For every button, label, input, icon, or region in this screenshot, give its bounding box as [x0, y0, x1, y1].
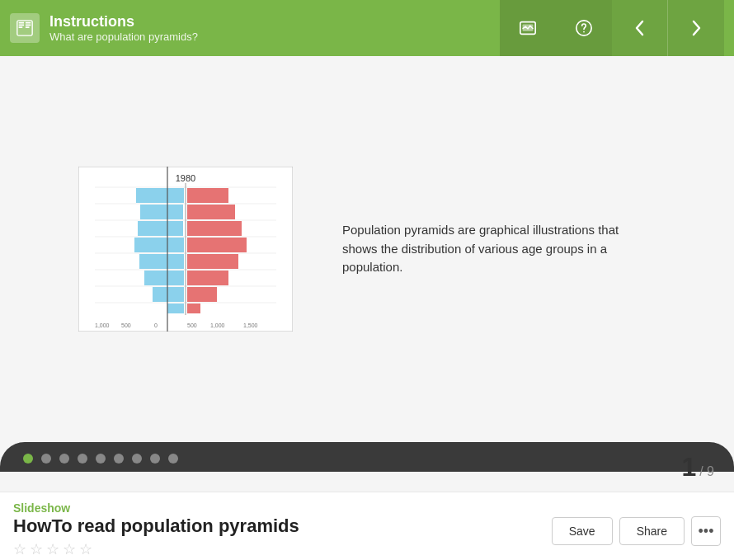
svg-rect-25 — [187, 205, 235, 219]
dot-6[interactable] — [114, 454, 124, 464]
category-label: Slideshow — [13, 501, 70, 515]
dot-2[interactable] — [41, 454, 51, 464]
svg-text:500: 500 — [187, 322, 197, 328]
header-title-area: Instructions What are population pyramid… — [49, 13, 198, 43]
star-1[interactable]: ☆ — [13, 540, 26, 558]
dot-nav-pill — [0, 442, 734, 472]
page-separator-total: / 9 — [699, 464, 714, 479]
svg-rect-29 — [187, 271, 228, 285]
header-subtitle: What are population pyramids? — [49, 31, 198, 43]
svg-rect-16 — [136, 188, 184, 203]
image-view-button[interactable] — [500, 0, 556, 56]
svg-rect-26 — [187, 221, 242, 236]
svg-rect-18 — [138, 221, 183, 236]
svg-rect-27 — [187, 238, 247, 252]
header-actions — [500, 0, 724, 56]
header-title: Instructions — [49, 13, 198, 31]
svg-text:0: 0 — [154, 322, 158, 328]
svg-text:1,000: 1,000 — [95, 322, 110, 328]
bottom-section: Slideshow HowTo read population pyramids… — [0, 492, 734, 560]
svg-point-4 — [583, 31, 585, 33]
slide-area: 1980 — [0, 150, 734, 348]
svg-rect-31 — [187, 304, 200, 313]
star-2[interactable]: ☆ — [30, 540, 43, 558]
header: Instructions What are population pyramid… — [0, 0, 734, 56]
svg-text:1,500: 1,500 — [243, 322, 258, 328]
more-button[interactable]: ••• — [691, 516, 721, 546]
prev-button[interactable] — [612, 0, 668, 56]
dot-8[interactable] — [150, 454, 160, 464]
help-button[interactable] — [556, 0, 612, 56]
svg-rect-24 — [187, 188, 228, 203]
svg-rect-22 — [153, 287, 184, 302]
dot-9[interactable] — [168, 454, 178, 464]
dot-3[interactable] — [59, 454, 69, 464]
svg-rect-20 — [139, 254, 184, 269]
svg-rect-19 — [134, 238, 184, 252]
share-button[interactable]: Share — [619, 517, 685, 545]
svg-rect-21 — [144, 271, 184, 285]
header-left: Instructions What are population pyramid… — [10, 13, 500, 43]
bottom-actions: Save Share ••• — [552, 516, 721, 546]
book-icon — [10, 13, 40, 43]
star-3[interactable]: ☆ — [46, 540, 59, 558]
next-button[interactable] — [668, 0, 724, 56]
svg-rect-28 — [187, 254, 238, 269]
svg-text:500: 500 — [121, 322, 131, 328]
page-indicator: 1 / 9 — [681, 452, 714, 482]
slide-description: Population pyramids are graphical illust… — [342, 221, 656, 277]
svg-text:1980: 1980 — [176, 173, 195, 183]
star-4[interactable]: ☆ — [63, 540, 76, 558]
svg-text:1,000: 1,000 — [210, 322, 225, 328]
dot-1[interactable] — [23, 454, 33, 464]
svg-rect-23 — [167, 304, 184, 313]
current-page: 1 — [681, 452, 696, 482]
main-content: 1980 — [0, 56, 734, 442]
dot-nav-area: 1 / 9 — [0, 442, 734, 492]
dot-4[interactable] — [78, 454, 87, 464]
svg-rect-17 — [140, 205, 183, 219]
star-5[interactable]: ☆ — [79, 540, 92, 558]
dot-7[interactable] — [132, 454, 142, 464]
save-button[interactable]: Save — [552, 517, 613, 545]
svg-rect-30 — [187, 287, 217, 302]
slide-image: 1980 — [78, 167, 293, 332]
dot-5[interactable] — [96, 454, 106, 464]
